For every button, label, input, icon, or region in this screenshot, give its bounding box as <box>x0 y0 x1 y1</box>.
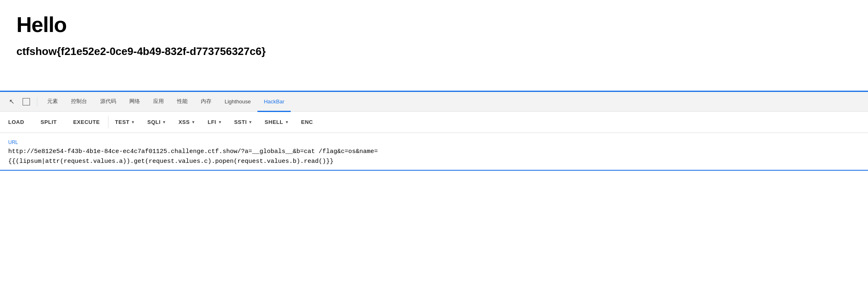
tab-elements[interactable]: 元素 <box>41 92 64 112</box>
hackbar-shell-btn[interactable]: SHELL ▾ <box>258 112 295 133</box>
url-line2: {{(lipsum|attr(request.values.a)).get(re… <box>8 158 333 165</box>
test-dropdown-arrow: ▾ <box>132 120 134 124</box>
tab-sources[interactable]: 源代码 <box>94 92 123 112</box>
hackbar-execute-btn[interactable]: EXECUTE <box>65 112 108 133</box>
tab-network[interactable]: 网络 <box>123 92 147 112</box>
page-title: Hello <box>16 12 852 37</box>
ssti-dropdown-arrow: ▾ <box>249 120 252 124</box>
cursor-icon: ↖ <box>9 98 14 105</box>
flag-value: ctfshow{f21e52e2-0ce9-4b49-832f-d7737563… <box>16 45 852 58</box>
devtools-tabs: ↖ 元素 控制台 源代码 网络 应用 性能 内存 Lighthouse <box>0 92 868 112</box>
hackbar-split-btn[interactable]: SPLIT <box>32 112 65 133</box>
tab-memory[interactable]: 内存 <box>194 92 218 112</box>
hackbar-sqli-btn[interactable]: SQLI ▾ <box>141 112 172 133</box>
tab-application[interactable]: 应用 <box>147 92 170 112</box>
tab-performance[interactable]: 性能 <box>170 92 194 112</box>
url-label: URL <box>8 139 860 145</box>
hackbar-load-btn[interactable]: LOAD <box>0 112 32 133</box>
sqli-dropdown-arrow: ▾ <box>163 120 165 124</box>
lfi-dropdown-arrow: ▾ <box>219 120 221 124</box>
tab-console[interactable]: 控制台 <box>64 92 94 112</box>
hackbar-ssti-btn[interactable]: SSTI ▾ <box>227 112 258 133</box>
hackbar-url-area: URL http://5e812e54-f43b-4b1e-84ce-ec4c7… <box>0 133 868 171</box>
xss-dropdown-arrow: ▾ <box>192 120 195 124</box>
hackbar-test-btn[interactable]: TEST ▾ <box>108 112 141 133</box>
hackbar-xss-btn[interactable]: XSS ▾ <box>172 112 201 133</box>
hackbar-lfi-btn[interactable]: LFI ▾ <box>201 112 228 133</box>
tab-lighthouse[interactable]: Lighthouse <box>218 92 257 112</box>
page-content: Hello ctfshow{f21e52e2-0ce9-4b49-832f-d7… <box>0 0 868 91</box>
url-value[interactable]: http://5e812e54-f43b-4b1e-84ce-ec4c7af01… <box>8 147 860 167</box>
cursor-tool-btn[interactable]: ↖ <box>4 94 19 109</box>
tab-hackbar[interactable]: HackBar <box>257 92 291 112</box>
shell-dropdown-arrow: ▾ <box>286 120 288 124</box>
hackbar-toolbar: LOAD SPLIT EXECUTE TEST ▾ SQLI ▾ XSS ▾ L… <box>0 112 868 133</box>
devtools-bar: ↖ 元素 控制台 源代码 网络 应用 性能 内存 Lighthouse <box>0 91 868 171</box>
inspect-icon <box>23 98 30 105</box>
inspect-tool-btn[interactable] <box>19 94 34 109</box>
url-line1: http://5e812e54-f43b-4b1e-84ce-ec4c7af01… <box>8 148 378 155</box>
tabs-divider <box>37 97 37 107</box>
hackbar-enc-btn[interactable]: ENC <box>294 112 319 133</box>
